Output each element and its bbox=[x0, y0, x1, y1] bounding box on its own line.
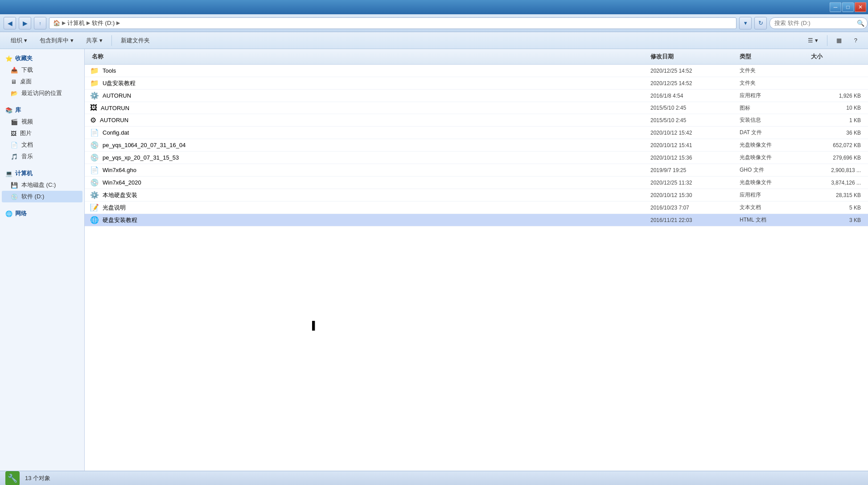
table-row[interactable]: 📄 Win7x64.gho 2019/9/7 19:25 GHO 文件 2,90… bbox=[85, 164, 868, 177]
file-date-cell: 2015/5/10 2:45 bbox=[649, 117, 738, 123]
file-type-icon: 💿 bbox=[90, 153, 99, 162]
file-size-cell: 1 KB bbox=[809, 117, 863, 123]
col-name[interactable]: 名称 bbox=[90, 52, 649, 62]
close-button[interactable]: ✕ bbox=[855, 2, 866, 12]
table-row[interactable]: 💿 Win7x64_2020 2020/12/25 11:32 光盘映像文件 3… bbox=[85, 177, 868, 189]
file-list-header: 名称 修改日期 类型 大小 bbox=[85, 49, 868, 65]
file-name-text: 本地硬盘安装 bbox=[103, 191, 137, 199]
sidebar-section-favorites: ⭐ 收藏夹 📥 下载 🖥 桌面 📂 最近访问的位置 bbox=[2, 53, 82, 99]
up-button[interactable]: ↑ bbox=[34, 17, 46, 29]
local-c-icon: 💾 bbox=[11, 182, 18, 189]
table-row[interactable]: 🌐 硬盘安装教程 2016/11/21 22:03 HTML 文档 3 KB bbox=[85, 214, 868, 226]
file-type-cell: 应用程序 bbox=[738, 191, 809, 199]
file-type-icon: ⚙️ bbox=[90, 191, 99, 199]
video-label: 视频 bbox=[21, 118, 33, 126]
file-size-cell: 5 KB bbox=[809, 205, 863, 211]
sidebar-item-local-c[interactable]: 💾 本地磁盘 (C:) bbox=[2, 179, 82, 191]
file-rows-container: 📁 Tools 2020/12/25 14:52 文件夹 📁 U盘安装教程 20… bbox=[85, 65, 868, 226]
sidebar-computer-header[interactable]: 💻 计算机 bbox=[2, 168, 82, 179]
table-row[interactable]: ⚙️ AUTORUN 2016/1/8 4:54 应用程序 1,926 KB bbox=[85, 90, 868, 102]
file-name-cell: 💿 pe_yqs_xp_20_07_31_15_53 bbox=[90, 153, 649, 162]
recent-label: 最近访问的位置 bbox=[21, 89, 62, 97]
search-icon[interactable]: 🔍 bbox=[857, 20, 864, 27]
file-size-cell: 36 KB bbox=[809, 130, 863, 136]
sidebar-section-library: 📚 库 🎬 视频 🖼 图片 📄 文档 🎵 音乐 bbox=[2, 104, 82, 162]
file-date-cell: 2020/12/25 11:32 bbox=[649, 180, 738, 186]
table-row[interactable]: ⚙️ 本地硬盘安装 2020/10/12 15:30 应用程序 28,315 K… bbox=[85, 189, 868, 201]
col-type[interactable]: 类型 bbox=[738, 52, 809, 62]
include-lib-button[interactable]: 包含到库中 ▾ bbox=[34, 34, 79, 47]
file-type-icon: 📁 bbox=[90, 79, 99, 87]
file-name-cell: 🖼 AUTORUN bbox=[90, 104, 649, 112]
table-row[interactable]: 💿 pe_yqs_1064_20_07_31_16_04 2020/10/12 … bbox=[85, 139, 868, 152]
file-type-cell: 应用程序 bbox=[738, 92, 809, 99]
sidebar-item-download[interactable]: 📥 下载 bbox=[2, 64, 82, 76]
library-icon: 📚 bbox=[5, 107, 12, 114]
file-date-cell: 2020/10/12 15:30 bbox=[649, 192, 738, 198]
breadcrumb[interactable]: 🏠 ▶ 计算机 ▶ 软件 (D:) ▶ bbox=[49, 17, 736, 29]
new-folder-button[interactable]: 新建文件夹 bbox=[115, 34, 155, 47]
sidebar-item-doc[interactable]: 📄 文档 bbox=[2, 139, 82, 151]
file-type-cell: HTML 文档 bbox=[738, 216, 809, 224]
share-button[interactable]: 共享 ▾ bbox=[81, 34, 108, 47]
sidebar-item-video[interactable]: 🎬 视频 bbox=[2, 116, 82, 127]
view-button[interactable]: ☰ ▾ bbox=[802, 34, 823, 47]
table-row[interactable]: 💿 pe_yqs_xp_20_07_31_15_53 2020/10/12 15… bbox=[85, 152, 868, 164]
file-name-cell: 📝 光盘说明 bbox=[90, 203, 649, 212]
maximize-button[interactable]: □ bbox=[842, 2, 854, 12]
toolbar: 组织 ▾ 包含到库中 ▾ 共享 ▾ 新建文件夹 ☰ ▾ ▦ ? bbox=[0, 32, 868, 49]
file-name-text: AUTORUN bbox=[101, 105, 129, 111]
local-c-label: 本地磁盘 (C:) bbox=[21, 181, 56, 189]
sidebar-item-recent[interactable]: 📂 最近访问的位置 bbox=[2, 87, 82, 99]
table-row[interactable]: 📁 U盘安装教程 2020/12/25 14:52 文件夹 bbox=[85, 77, 868, 90]
file-area: 名称 修改日期 类型 大小 📁 Tools 2020/12/25 14:52 文… bbox=[85, 49, 868, 471]
minimize-button[interactable]: ─ bbox=[830, 2, 841, 12]
breadcrumb-drive[interactable]: 软件 (D:) bbox=[92, 19, 115, 27]
back-button[interactable]: ◀ bbox=[4, 17, 16, 29]
music-icon: 🎵 bbox=[11, 153, 18, 160]
table-row[interactable]: 📄 Config.dat 2020/10/12 15:42 DAT 文件 36 … bbox=[85, 127, 868, 139]
table-row[interactable]: 🖼 AUTORUN 2015/5/10 2:45 图标 10 KB bbox=[85, 102, 868, 114]
sidebar-item-desktop[interactable]: 🖥 桌面 bbox=[2, 76, 82, 87]
file-type-icon: 📁 bbox=[90, 66, 99, 75]
sidebar-favorites-header[interactable]: ⭐ 收藏夹 bbox=[2, 53, 82, 64]
software-d-icon: 💿 bbox=[11, 193, 18, 200]
file-name-text: pe_yqs_xp_20_07_31_15_53 bbox=[103, 154, 179, 161]
toolbar-separator bbox=[111, 35, 112, 46]
help-button[interactable]: ? bbox=[849, 34, 863, 47]
file-type-cell: 光盘映像文件 bbox=[738, 141, 809, 149]
organize-button[interactable]: 组织 ▾ bbox=[5, 34, 33, 47]
breadcrumb-computer[interactable]: 计算机 bbox=[67, 19, 85, 27]
file-size-cell: 1,926 KB bbox=[809, 93, 863, 99]
file-date-cell: 2020/12/25 14:52 bbox=[649, 68, 738, 74]
file-name-text: 硬盘安装教程 bbox=[103, 216, 137, 224]
file-name-cell: 📄 Config.dat bbox=[90, 128, 649, 137]
star-icon: ⭐ bbox=[5, 55, 12, 62]
file-type-cell: 文件夹 bbox=[738, 79, 809, 87]
col-date[interactable]: 修改日期 bbox=[649, 52, 738, 62]
search-input[interactable] bbox=[769, 17, 868, 29]
file-type-icon: 🌐 bbox=[90, 216, 99, 224]
refresh-button[interactable]: ↻ bbox=[754, 17, 767, 29]
file-type-icon: 📝 bbox=[90, 203, 99, 212]
forward-button[interactable]: ▶ bbox=[19, 17, 31, 29]
file-size-cell: 652,072 KB bbox=[809, 142, 863, 148]
table-row[interactable]: 📝 光盘说明 2016/10/23 7:07 文本文档 5 KB bbox=[85, 201, 868, 214]
file-size-cell: 3 KB bbox=[809, 217, 863, 223]
sidebar-library-header[interactable]: 📚 库 bbox=[2, 104, 82, 116]
home-icon: 🏠 bbox=[53, 20, 60, 26]
table-row[interactable]: 📁 Tools 2020/12/25 14:52 文件夹 bbox=[85, 65, 868, 77]
col-size[interactable]: 大小 bbox=[809, 52, 863, 62]
sidebar-network-header[interactable]: 🌐 网络 bbox=[2, 208, 82, 219]
sidebar-item-image[interactable]: 🖼 图片 bbox=[2, 127, 82, 139]
network-icon: 🌐 bbox=[5, 210, 12, 217]
table-row[interactable]: ⚙ AUTORUN 2015/5/10 2:45 安装信息 1 KB bbox=[85, 114, 868, 127]
download-label: 下载 bbox=[21, 66, 33, 74]
sidebar-item-software-d[interactable]: 💿 软件 (D:) bbox=[2, 191, 82, 202]
file-type-cell: 图标 bbox=[738, 104, 809, 112]
preview-button[interactable]: ▦ bbox=[831, 34, 847, 47]
dropdown-button[interactable]: ▾ bbox=[739, 17, 752, 29]
file-date-cell: 2020/10/12 15:41 bbox=[649, 142, 738, 148]
file-type-icon: 💿 bbox=[90, 178, 99, 187]
sidebar-item-music[interactable]: 🎵 音乐 bbox=[2, 151, 82, 162]
